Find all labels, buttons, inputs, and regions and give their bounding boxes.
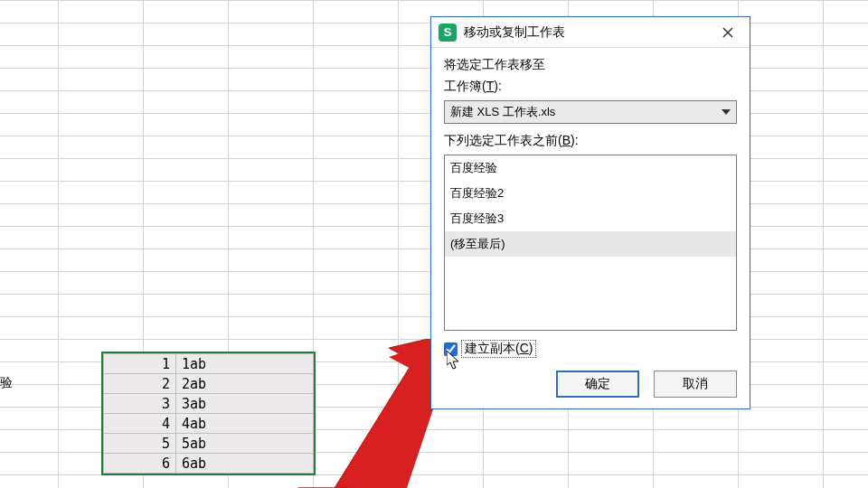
workbook-selected-value: 新建 XLS 工作表.xls xyxy=(450,104,555,120)
workbook-dropdown[interactable]: 新建 XLS 工作表.xls xyxy=(444,100,737,124)
cell[interactable]: 2ab xyxy=(176,374,314,394)
app-icon: S xyxy=(439,23,457,42)
cancel-button[interactable]: 取消 xyxy=(654,371,737,398)
table-row[interactable]: 44ab xyxy=(104,414,314,434)
table-row[interactable]: 55ab xyxy=(104,434,314,454)
truncated-cell-text: 验 xyxy=(0,375,14,391)
cell[interactable]: 6ab xyxy=(176,454,314,474)
ok-button[interactable]: 确定 xyxy=(556,371,639,398)
list-item[interactable]: (移至最后) xyxy=(445,231,736,257)
before-sheet-label: 下列选定工作表之前(B): xyxy=(444,133,737,149)
table-row[interactable]: 22ab xyxy=(104,374,314,394)
workbook-label: 工作簿(T): xyxy=(444,79,737,95)
dialog-titlebar: S 移动或复制工作表 xyxy=(431,17,750,48)
create-copy-checkbox[interactable] xyxy=(444,343,458,356)
cell[interactable]: 3 xyxy=(104,394,176,414)
table-row[interactable]: 66ab xyxy=(104,454,314,474)
data-table: 11ab22ab33ab44ab55ab66ab xyxy=(103,353,314,474)
cell[interactable]: 1ab xyxy=(176,354,314,374)
sheet-listbox[interactable]: 百度经验百度经验2百度经验3(移至最后) xyxy=(444,155,737,331)
list-item[interactable]: 百度经验2 xyxy=(445,181,736,206)
cell[interactable]: 6 xyxy=(104,454,176,474)
table-row[interactable]: 11ab xyxy=(104,354,314,374)
cell[interactable]: 2 xyxy=(104,374,176,394)
table-row[interactable]: 33ab xyxy=(104,394,314,414)
selected-range[interactable]: 11ab22ab33ab44ab55ab66ab xyxy=(101,352,316,475)
cell[interactable]: 5ab xyxy=(176,434,314,454)
create-copy-label[interactable]: 建立副本(C) xyxy=(461,340,536,358)
list-item[interactable]: 百度经验3 xyxy=(445,206,736,231)
cell[interactable]: 5 xyxy=(104,434,176,454)
close-button[interactable] xyxy=(713,22,742,43)
close-icon xyxy=(722,26,734,39)
cell[interactable]: 4ab xyxy=(176,414,314,434)
cell[interactable]: 3ab xyxy=(176,394,314,414)
dialog-title: 移动或复制工作表 xyxy=(464,24,713,41)
cell[interactable]: 4 xyxy=(104,414,176,434)
move-caption: 将选定工作表移至 xyxy=(444,57,737,73)
move-copy-sheet-dialog: S 移动或复制工作表 将选定工作表移至 工作簿(T): 新建 XLS 工作表.x… xyxy=(430,16,750,409)
cell[interactable]: 1 xyxy=(104,354,176,374)
list-item[interactable]: 百度经验 xyxy=(445,155,736,181)
chevron-down-icon xyxy=(722,109,731,115)
